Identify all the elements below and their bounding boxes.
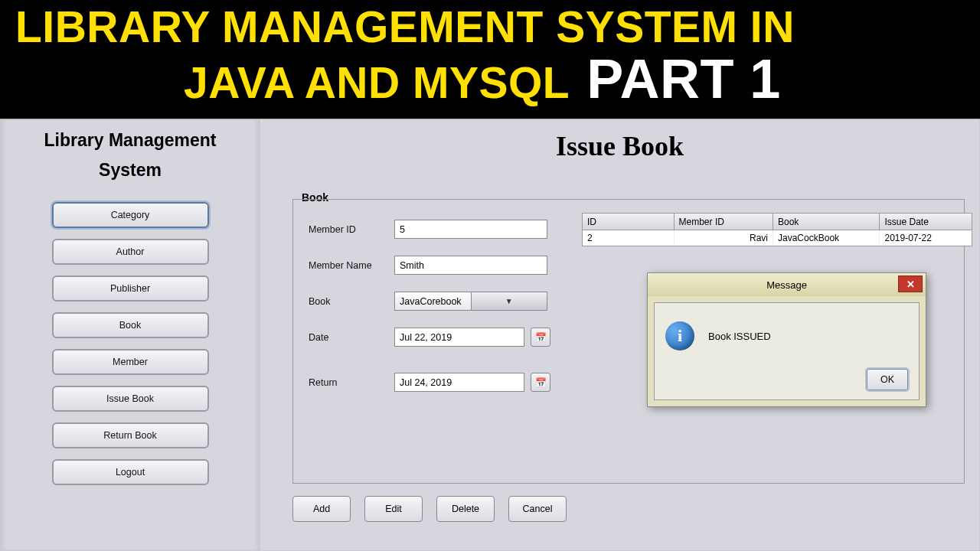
nav-logout-button[interactable]: Logout [52, 459, 209, 485]
return-input[interactable] [394, 373, 524, 392]
calendar-icon: 📅 [535, 332, 547, 343]
dialog-message: Book ISSUED [708, 331, 771, 342]
member-id-input[interactable] [394, 220, 547, 239]
dialog-titlebar[interactable]: Message ✕ [648, 273, 926, 296]
video-banner: LIBRARY MANAGEMENT SYSTEM IN JAVA AND MY… [0, 0, 980, 119]
member-name-label: Member Name [309, 260, 394, 271]
dialog-ok-button[interactable]: OK [867, 369, 908, 390]
add-button[interactable]: Add [292, 496, 351, 522]
sidebar-title-line1: Library Management [44, 130, 217, 150]
col-issue-date-header[interactable]: Issue Date [880, 214, 972, 230]
cell-member-id: Ravi [675, 230, 773, 246]
nav-return-book-button[interactable]: Return Book [52, 422, 209, 448]
cell-issue-date: 2019-07-22 [880, 230, 972, 246]
table-row[interactable]: 2 Ravi JavaCockBook 2019-07-22 [583, 230, 972, 246]
dialog-title-text: Message [766, 279, 807, 291]
info-icon: i [665, 321, 694, 350]
nav-book-button[interactable]: Book [52, 312, 209, 338]
banner-subtitle-yellow: JAVA AND MYSQL [184, 57, 570, 108]
nav-issue-book-button[interactable]: Issue Book [52, 386, 209, 412]
dialog-content: i Book ISSUED OK [654, 302, 920, 400]
banner-subtitle-white: PART 1 [586, 47, 781, 110]
app-window: Library Management System Category Autho… [0, 119, 980, 551]
nav-author-button[interactable]: Author [52, 239, 209, 265]
cancel-button[interactable]: Cancel [508, 496, 567, 522]
col-member-id-header[interactable]: Member ID [675, 214, 773, 230]
nav-member-button[interactable]: Member [52, 349, 209, 375]
issued-table: ID Member ID Book Issue Date 2 Ravi Java… [582, 213, 972, 246]
delete-button[interactable]: Delete [436, 496, 495, 522]
dialog-close-button[interactable]: ✕ [898, 276, 923, 292]
calendar-icon: 📅 [535, 377, 547, 388]
date-picker-button[interactable]: 📅 [531, 328, 550, 347]
edit-button[interactable]: Edit [364, 496, 423, 522]
date-input[interactable] [394, 328, 524, 347]
close-icon: ✕ [906, 279, 915, 290]
main-panel: Issue Book Book Member ID Member Name Bo… [260, 119, 980, 551]
chevron-down-icon: ▼ [471, 292, 547, 310]
col-book-header[interactable]: Book [773, 214, 880, 230]
banner-line-1: LIBRARY MANAGEMENT SYSTEM IN [15, 5, 965, 51]
return-date-picker-button[interactable]: 📅 [531, 373, 550, 392]
member-name-input[interactable] [394, 256, 547, 275]
sidebar-nav: Category Author Publisher Book Member Is… [52, 202, 209, 485]
message-dialog: Message ✕ i Book ISSUED OK [647, 272, 926, 407]
book-combobox-value: JavaCorebook [395, 296, 471, 307]
banner-line-2: JAVA AND MYSQL PART 1 [15, 47, 965, 110]
book-label: Book [309, 296, 394, 307]
date-label: Date [309, 332, 394, 343]
sidebar-title-line2: System [99, 160, 162, 180]
nav-publisher-button[interactable]: Publisher [52, 276, 209, 302]
form-actions: Add Edit Delete Cancel [292, 496, 567, 522]
sidebar: Library Management System Category Autho… [0, 119, 260, 551]
cell-book: JavaCockBook [773, 230, 880, 246]
cell-id: 2 [583, 230, 675, 246]
return-label: Return [309, 377, 394, 388]
sidebar-title: Library Management System [44, 126, 217, 185]
page-title: Issue Book [260, 130, 979, 162]
nav-category-button[interactable]: Category [52, 202, 209, 228]
member-id-label: Member ID [309, 224, 394, 235]
table-header-row: ID Member ID Book Issue Date [583, 214, 972, 230]
col-id-header[interactable]: ID [583, 214, 675, 230]
book-combobox[interactable]: JavaCorebook ▼ [394, 292, 547, 311]
